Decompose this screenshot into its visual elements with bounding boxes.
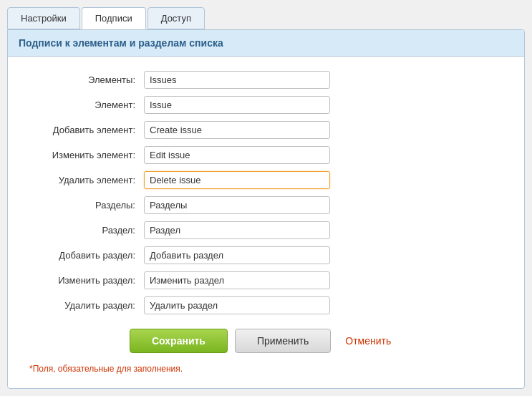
form-label: Добавить раздел: (29, 250, 144, 261)
form-row: Добавить раздел: (29, 246, 503, 264)
form-label: Разделы: (29, 200, 144, 211)
form-input-9[interactable] (144, 296, 330, 314)
form-input-3[interactable] (144, 146, 330, 164)
form-area: Элементы:Элемент:Добавить элемент:Измени… (8, 71, 524, 314)
content-area: Подписи к элементам и разделам списка Эл… (7, 29, 525, 389)
button-row: Сохранить Применить Отменить (8, 329, 524, 353)
form-input-2[interactable] (144, 121, 330, 139)
save-button[interactable]: Сохранить (130, 329, 228, 353)
form-row: Изменить элемент: (29, 146, 503, 164)
form-row: Изменить раздел: (29, 271, 503, 289)
cancel-button[interactable]: Отменить (338, 329, 398, 352)
form-label: Изменить раздел: (29, 275, 144, 286)
form-label: Изменить элемент: (29, 150, 144, 160)
form-row: Удалить раздел: (29, 296, 503, 314)
form-label: Удалить раздел: (29, 300, 144, 311)
form-row: Добавить элемент: (29, 121, 503, 139)
form-label: Элемент: (29, 100, 144, 110)
form-row: Элементы: (29, 71, 503, 89)
form-input-5[interactable] (144, 196, 330, 214)
form-row: Раздел: (29, 221, 503, 239)
tab-access[interactable]: Доступ (147, 7, 205, 29)
form-input-8[interactable] (144, 271, 330, 289)
tab-subscriptions[interactable]: Подписи (82, 7, 146, 29)
tabs-container: Настройки Подписи Доступ (7, 7, 525, 29)
tab-settings[interactable]: Настройки (7, 7, 80, 29)
form-input-1[interactable] (144, 96, 330, 114)
form-input-0[interactable] (144, 71, 330, 89)
form-label: Добавить элемент: (29, 125, 144, 135)
form-row: Удалить элемент: (29, 171, 503, 189)
apply-button[interactable]: Применить (235, 329, 331, 353)
form-label: Элементы: (29, 74, 144, 85)
form-input-7[interactable] (144, 246, 330, 264)
footer-note: *Поля, обязательные для заполнения. (8, 353, 524, 374)
form-label: Удалить элемент: (29, 175, 144, 185)
form-row: Разделы: (29, 196, 503, 214)
form-row: Элемент: (29, 96, 503, 114)
form-input-4[interactable] (144, 171, 330, 189)
form-label: Раздел: (29, 225, 144, 236)
section-header: Подписи к элементам и разделам списка (8, 30, 524, 57)
form-input-6[interactable] (144, 221, 330, 239)
